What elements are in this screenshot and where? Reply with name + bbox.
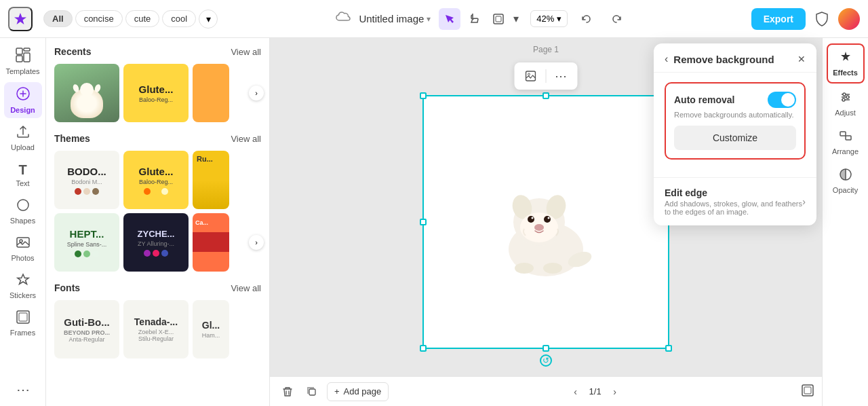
svg-rect-36 (840, 132, 846, 136)
sidebar-label-frames: Frames (10, 329, 35, 337)
list-item[interactable]: HEPT... Spline Sans-... (54, 213, 119, 272)
select-tool-button[interactable] (439, 8, 460, 30)
replace-image-button[interactable] (521, 67, 540, 86)
handle-bottom-middle[interactable] (542, 345, 549, 352)
sidebar-item-photos[interactable]: Photos (4, 232, 42, 266)
tag-cute[interactable]: cute (125, 10, 160, 27)
logo-button[interactable] (8, 7, 33, 31)
more-options-button[interactable]: ⋯ (552, 67, 571, 86)
opacity-icon (839, 168, 852, 185)
svg-point-33 (843, 93, 846, 96)
handle-bottom-left[interactable] (420, 345, 427, 352)
list-item[interactable]: Tenada-... Zoebel X-E... Stilu-Regular (123, 300, 189, 358)
title-chevron-icon: ▾ (427, 14, 431, 24)
handle-bottom-right[interactable] (665, 345, 672, 352)
canvas-toolbar: ⋯ (515, 62, 578, 90)
opacity-panel-item[interactable]: Opacity (827, 162, 865, 200)
recents-next-button[interactable]: › (249, 86, 264, 100)
arrange-panel-item[interactable]: Arrange (827, 124, 865, 161)
list-item[interactable]: Guti-Bo... BEYOND PRO... Anta-Regular (54, 300, 119, 358)
stickers-icon (16, 273, 30, 290)
themes-next-button[interactable]: › (249, 235, 264, 250)
effects-panel-item[interactable]: Effects (827, 43, 865, 84)
sidebar-label-templates: Templates (5, 67, 39, 75)
sidebar-item-upload[interactable]: Upload (4, 121, 42, 155)
list-item[interactable]: ZYCHE... ZY Alluring-... (123, 213, 189, 272)
fonts-view-all[interactable]: View all (231, 283, 261, 293)
top-right: Export (751, 8, 860, 30)
handle-top-left[interactable] (420, 92, 427, 99)
customize-button[interactable]: Customize (674, 126, 796, 150)
list-item[interactable]: Gl... Ham... (193, 300, 229, 358)
frame-tool-chevron[interactable]: ▾ (510, 8, 522, 30)
document-title[interactable]: Untitled image ▾ (359, 13, 431, 24)
sidebar-item-shapes[interactable]: Shapes (4, 194, 42, 229)
prev-page-button[interactable]: ‹ (568, 384, 584, 400)
export-button[interactable]: Export (751, 8, 806, 30)
templates-icon (16, 48, 31, 66)
edit-edge-section[interactable]: Edit edge Add shadows, strokes, glow, an… (654, 177, 816, 225)
add-page-button[interactable]: + Add page (327, 382, 389, 401)
recents-view-all[interactable]: View all (231, 47, 261, 57)
themes-view-all[interactable]: View all (231, 134, 261, 144)
sidebar-label-stickers: Stickers (9, 291, 36, 299)
handle-top-middle[interactable] (542, 92, 549, 99)
adjust-icon (839, 90, 852, 107)
rotate-handle[interactable]: ↺ (540, 354, 552, 367)
list-item[interactable] (54, 64, 119, 122)
list-item[interactable]: Glute... Baloo-Reg... (123, 151, 189, 209)
user-avatar[interactable] (838, 8, 860, 30)
tag-all[interactable]: All (43, 10, 73, 27)
arrange-label: Arrange (832, 147, 859, 155)
sidebar-item-templates[interactable]: Templates (4, 43, 42, 79)
rb-close-button[interactable]: ✕ (797, 54, 806, 64)
sidebar-item-frames[interactable]: Frames (4, 306, 42, 341)
list-item[interactable]: BODO... Bodoni M... (54, 151, 119, 209)
svg-rect-8 (17, 238, 29, 247)
frames-icon (16, 310, 30, 327)
list-item[interactable] (193, 64, 229, 122)
undo-button[interactable] (576, 8, 597, 30)
next-page-button[interactable]: › (607, 384, 623, 400)
shield-icon[interactable] (811, 8, 833, 30)
themes-grid-row2: HEPT... Spline Sans-... ZYCHE... ZY Allu… (54, 213, 261, 272)
dog-illustration (478, 154, 614, 290)
list-item[interactable]: Ca... (193, 213, 229, 272)
sidebar-item-stickers[interactable]: Stickers (4, 269, 42, 303)
tag-concise[interactable]: concise (75, 10, 123, 27)
sidebar-label-upload: Upload (11, 143, 35, 151)
tag-cool[interactable]: cool (162, 10, 196, 27)
bottom-left-tools: + Add page (278, 382, 389, 401)
expand-button[interactable] (802, 384, 814, 399)
sidebar-item-design[interactable]: Design (4, 82, 42, 118)
sidebar-item-text[interactable]: T Text (4, 158, 42, 191)
svg-point-22 (532, 217, 534, 219)
svg-rect-28 (802, 385, 813, 396)
hand-tool-button[interactable] (463, 8, 485, 30)
frame-tool-button[interactable] (488, 8, 509, 30)
list-item[interactable]: Ru... (193, 151, 229, 209)
upload-icon (16, 125, 30, 142)
remove-background-panel: ‹ Remove background ✕ Auto removal Remov… (654, 43, 816, 225)
canvas-frame[interactable]: ⋯ (424, 96, 668, 348)
redo-button[interactable] (606, 8, 627, 30)
svg-rect-4 (24, 53, 30, 62)
delete-page-button[interactable] (278, 382, 297, 401)
auto-removal-toggle[interactable] (768, 92, 796, 108)
svg-rect-1 (496, 16, 501, 22)
rb-back-button[interactable]: ‹ (665, 53, 668, 65)
opacity-label: Opacity (833, 186, 858, 194)
fonts-grid: Guti-Bo... BEYOND PRO... Anta-Regular Te… (54, 300, 261, 358)
duplicate-page-button[interactable] (302, 382, 321, 401)
effects-icon (839, 50, 852, 67)
sidebar-label-photos: Photos (11, 254, 34, 262)
zoom-control[interactable]: 42% ▾ (530, 10, 568, 27)
edit-edge-left: Edit edge Add shadows, strokes, glow, an… (665, 187, 802, 216)
sidebar-item-more[interactable]: ⋯ (4, 379, 42, 401)
svg-point-21 (544, 216, 551, 223)
bottom-bar: + Add page ‹ 1/1 › (270, 376, 822, 406)
handle-middle-left[interactable] (420, 219, 427, 225)
list-item[interactable]: Glute... Baloo-Reg... (123, 64, 189, 122)
adjust-panel-item[interactable]: Adjust (827, 85, 865, 122)
tag-more-button[interactable]: ▾ (199, 10, 218, 29)
